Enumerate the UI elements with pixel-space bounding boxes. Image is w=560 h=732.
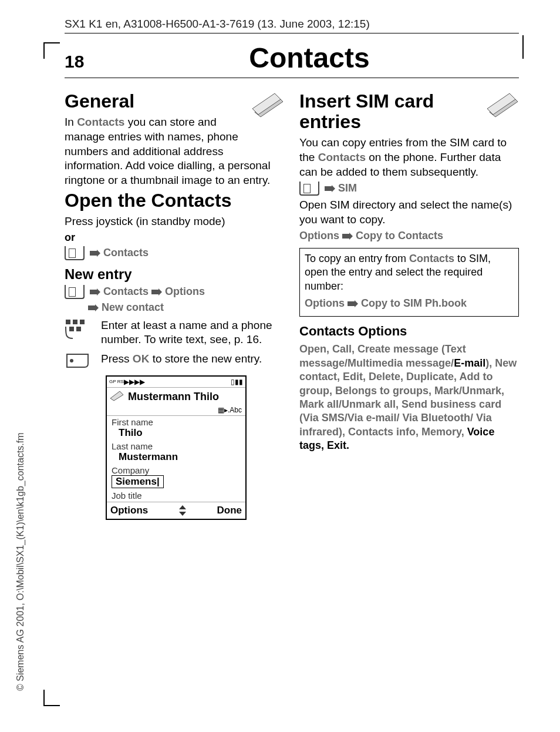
contacts-graphic-icon <box>251 91 284 120</box>
svg-marker-12 <box>110 391 123 401</box>
svg-marker-19 <box>348 300 358 307</box>
crop-mark-tr <box>518 35 524 59</box>
phone-contact-title: Mustermann Thilo <box>128 391 219 403</box>
menu-key-icon <box>65 246 85 260</box>
input-mode-indicator: ▦▸.Abc <box>107 406 245 416</box>
menu-key-icon <box>299 182 319 196</box>
arrow-icon <box>90 288 100 296</box>
keypad-icon <box>65 318 93 347</box>
svg-marker-17 <box>325 185 335 192</box>
action-copy-to-sim: Options Copy to SIM Ph.book <box>305 297 514 310</box>
action-copy-to-contacts: Options Copy to Contacts <box>299 230 519 242</box>
nav-contacts: Contacts <box>65 246 284 260</box>
page-number: 18 <box>65 52 100 72</box>
softkey-options: Options <box>110 505 148 516</box>
menu-key-icon <box>65 285 85 299</box>
arrow-icon <box>325 185 335 192</box>
nav-new-entry-line2: New contact <box>65 301 284 314</box>
svg-rect-6 <box>66 320 70 324</box>
insert-sim-paragraph: You can copy entries from the SIM card t… <box>299 136 519 179</box>
ok-key-icon <box>65 352 93 370</box>
svg-rect-7 <box>73 320 77 324</box>
contacts-graphic-icon <box>486 91 519 120</box>
arrow-icon <box>151 288 162 296</box>
svg-marker-3 <box>90 288 100 296</box>
svg-marker-14 <box>179 512 186 516</box>
svg-rect-8 <box>80 320 85 324</box>
field-label-company: Company <box>112 465 241 475</box>
svg-marker-2 <box>90 250 100 257</box>
battery-indicator: ▯▮▮ <box>231 378 243 386</box>
field-label-lastname: Last name <box>112 441 241 451</box>
arrow-icon <box>88 304 99 311</box>
open-sim-instruction: Open SIM directory and select the name(s… <box>299 198 519 227</box>
doc-header: SX1 K1 en, A31008-H6500-A1-3-7619 (13. J… <box>65 18 519 33</box>
side-copyright: © Siemens AG 2001, O:\Mobil\SX1_(K1)\en\… <box>15 432 26 691</box>
svg-marker-18 <box>342 233 353 240</box>
field-value-firstname: Thilo <box>112 427 241 439</box>
crop-mark-bl <box>43 690 60 706</box>
gprs-indicator: GP RS <box>109 380 124 384</box>
field-value-company: Siemens| <box>112 475 164 488</box>
heading-contacts-options: Contacts Options <box>299 324 519 339</box>
contact-card-icon <box>109 389 124 405</box>
softkey-done: Done <box>217 505 242 516</box>
contacts-options-list: Open, Call, Create message (Text message… <box>299 343 519 452</box>
svg-marker-5 <box>88 304 99 311</box>
crop-mark-tl <box>43 42 60 59</box>
note-text: To copy an entry from Contacts to SIM, o… <box>305 252 514 293</box>
arrow-icon <box>342 233 353 240</box>
field-label-firstname: First name <box>112 417 241 427</box>
heading-new-entry: New entry <box>65 266 284 283</box>
nav-sim: SIM <box>299 182 519 196</box>
field-value-lastname: Mustermann <box>112 451 241 463</box>
open-instruction: Press joystick (in standby mode) <box>65 214 284 229</box>
or-label: or <box>65 231 284 244</box>
nav-new-entry-line1: Contacts Options <box>65 285 284 299</box>
page-title: Contacts <box>100 42 519 74</box>
signal-indicator: ▶▶▶▶ <box>124 378 145 386</box>
note-box: To copy an entry from Contacts to SIM, o… <box>299 248 519 317</box>
svg-rect-9 <box>69 327 74 331</box>
field-label-jobtitle: Job title <box>112 491 241 501</box>
svg-marker-4 <box>151 288 162 296</box>
step-enter-name: Enter at least a name and a phone number… <box>101 318 284 347</box>
updown-nav-icon <box>178 505 187 516</box>
arrow-icon <box>90 250 100 257</box>
heading-open-contacts: Open the Contacts <box>65 190 284 211</box>
svg-marker-13 <box>179 505 186 509</box>
general-paragraph: In Contacts you can store and manage ent… <box>65 115 284 187</box>
step-press-ok: Press OK to store the new entry. <box>101 352 284 370</box>
arrow-icon <box>348 300 358 307</box>
phone-screen-mock: GP RS ▶▶▶▶ ▯▮▮ Mustermann Thilo ▦▸.Abc F… <box>106 375 247 520</box>
svg-rect-10 <box>76 327 81 331</box>
svg-point-11 <box>70 359 73 362</box>
